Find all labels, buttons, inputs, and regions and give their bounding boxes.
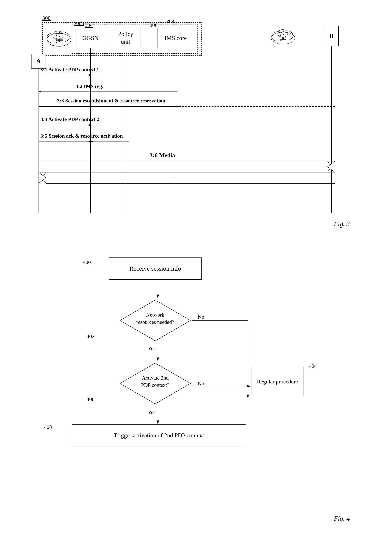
arrow-down-2 <box>155 343 161 361</box>
svg-text:302: 302 <box>280 36 286 40</box>
label-406: 406 <box>87 397 94 402</box>
svg-marker-29 <box>90 141 93 143</box>
svg-marker-23 <box>176 106 178 107</box>
cloud-302: 302 <box>268 24 298 47</box>
cloud-300a: 300a <box>44 26 74 49</box>
svg-marker-46 <box>247 385 251 388</box>
no-label-1: No <box>198 314 204 320</box>
svg-marker-18 <box>90 106 93 107</box>
ims-core-box: IMS core <box>157 28 194 48</box>
diamond-activate-label: Activate 2ndPDP context? <box>118 374 192 389</box>
svg-marker-21 <box>126 106 128 107</box>
label-402: 402 <box>87 333 94 339</box>
seq-label-33: 3:3 Session establishment & resource res… <box>57 98 165 104</box>
svg-marker-25 <box>89 124 91 126</box>
node-b-box: B <box>324 26 339 46</box>
diamond-activate: Activate 2ndPDP context? <box>118 361 192 406</box>
arrow-33-dashed <box>176 104 335 109</box>
arrow-no-2 <box>192 383 252 389</box>
fig4-title: Fig. 4 <box>334 515 350 522</box>
vline-policy <box>126 48 126 213</box>
label-404: 404 <box>309 363 317 369</box>
svg-marker-13 <box>38 91 41 93</box>
fig3-title: Fig. 3 <box>334 220 350 228</box>
arrow-35-left <box>38 139 94 145</box>
label-304: 304 <box>85 22 93 28</box>
ggsn-box: GGSN <box>76 28 105 48</box>
svg-text:300a: 300a <box>55 37 63 42</box>
yes-label-1: Yes <box>148 346 155 351</box>
arrow-33-mid1 <box>90 104 129 109</box>
arrow-33-mid2 <box>126 104 180 109</box>
seq-label-31: 3:1 Activate PDP context 1 <box>40 67 99 73</box>
svg-marker-41 <box>247 395 249 398</box>
diamond-network: Networkresources needed? <box>118 298 192 343</box>
label-300: 300 <box>42 15 51 21</box>
arrow-down-3 <box>155 406 161 424</box>
seq-label-35: 3:5 Session ack & resource activation <box>40 133 123 139</box>
svg-marker-35 <box>157 294 159 298</box>
arrow-no-1 <box>192 320 252 409</box>
box-regular-procedure: Regular procedure <box>252 367 303 397</box>
seq-label-36: 3:6 Media <box>150 152 175 159</box>
seq-label-32: 3:2 IMS reg. <box>76 83 103 89</box>
page: 300 300b 300a GGSN 304 <box>0 0 392 537</box>
svg-marker-44 <box>157 420 159 424</box>
arrow-34 <box>38 122 94 128</box>
arrow-32 <box>38 89 179 94</box>
arrow-31 <box>38 72 94 78</box>
svg-marker-32 <box>42 172 335 183</box>
figure-4: 400 Receive session info Networkresource… <box>20 248 372 526</box>
svg-marker-11 <box>89 74 91 76</box>
yes-label-2: Yes <box>148 409 155 415</box>
box-receive-session: Receive session info <box>109 257 201 280</box>
arrow-35-mid <box>90 139 129 145</box>
box-trigger: Trigger activation of 2nd PDP context <box>72 424 246 446</box>
diamond-network-label: Networkresources needed? <box>118 311 192 326</box>
arrow-down-1 <box>155 280 161 298</box>
policy-unit-label: Policyunit <box>118 30 133 46</box>
label-308: 308 <box>166 19 174 24</box>
seq-label-34: 3:4 Activate PDP context 2 <box>40 116 99 122</box>
arrow-36-backward <box>38 170 335 185</box>
figure-3: 300 300b 300a GGSN 304 <box>20 11 372 233</box>
vline-ims <box>176 48 176 213</box>
label-400: 400 <box>83 259 91 265</box>
svg-marker-38 <box>157 358 159 361</box>
vline-b <box>331 46 331 213</box>
label-408: 408 <box>44 424 52 430</box>
node-a-box: A <box>31 54 46 69</box>
label-306: 306 <box>150 22 158 28</box>
policy-unit-box: Policyunit <box>111 28 140 48</box>
